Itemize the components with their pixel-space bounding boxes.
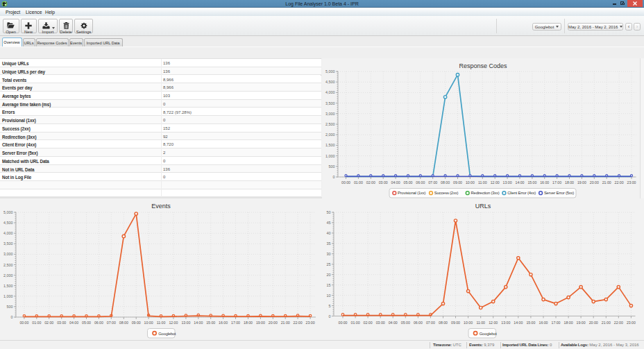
svg-text:00:00: 00:00 (339, 321, 348, 325)
svg-text:15:00: 15:00 (526, 321, 535, 325)
svg-text:2,500: 2,500 (325, 122, 335, 126)
svg-text:4,000: 4,000 (3, 231, 13, 235)
svg-text:11:00: 11:00 (157, 321, 166, 325)
svg-text:13:00: 13:00 (503, 180, 512, 185)
svg-text:06:00: 06:00 (416, 180, 425, 185)
svg-text:0: 0 (11, 315, 13, 319)
svg-text:01:00: 01:00 (351, 321, 360, 325)
svg-text:Response Codes: Response Codes (459, 62, 507, 69)
svg-text:3,000: 3,000 (325, 112, 335, 116)
svg-text:01:00: 01:00 (32, 321, 41, 325)
svg-text:Events: Events (151, 203, 171, 210)
svg-text:05:00: 05:00 (82, 321, 91, 325)
svg-text:1,000: 1,000 (3, 294, 13, 298)
svg-text:30: 30 (327, 252, 331, 256)
svg-text:45: 45 (327, 221, 331, 225)
svg-text:00:00: 00:00 (341, 180, 350, 185)
svg-text:18:00: 18:00 (244, 321, 253, 325)
svg-text:08:00: 08:00 (441, 180, 450, 185)
svg-text:03:00: 03:00 (376, 321, 385, 325)
svg-text:19:00: 19:00 (577, 321, 586, 325)
svg-text:06:00: 06:00 (94, 321, 103, 325)
svg-text:07:00: 07:00 (107, 321, 116, 325)
svg-text:1,000: 1,000 (325, 154, 335, 158)
svg-text:Redirection (3xx): Redirection (3xx) (471, 191, 500, 195)
svg-text:00:00: 00:00 (19, 321, 28, 325)
svg-text:16:00: 16:00 (219, 321, 228, 325)
svg-text:2,000: 2,000 (325, 133, 335, 137)
svg-text:10:00: 10:00 (466, 180, 475, 185)
svg-text:22:00: 22:00 (615, 180, 624, 185)
svg-text:09:00: 09:00 (451, 321, 460, 325)
svg-text:10:00: 10:00 (464, 321, 473, 325)
svg-text:13:00: 13:00 (181, 321, 190, 325)
svg-text:21:00: 21:00 (602, 321, 611, 325)
svg-text:16:00: 16:00 (539, 321, 548, 325)
svg-text:Client Error (4xx): Client Error (4xx) (507, 191, 536, 195)
svg-text:04:00: 04:00 (389, 321, 398, 325)
svg-text:2,500: 2,500 (3, 263, 13, 267)
svg-text:15:00: 15:00 (206, 321, 215, 325)
svg-text:21:00: 21:00 (281, 321, 290, 325)
svg-text:URLs: URLs (475, 203, 491, 210)
svg-text:Googlebot: Googlebot (480, 332, 498, 336)
svg-text:17:00: 17:00 (231, 321, 240, 325)
svg-text:03:00: 03:00 (57, 321, 66, 325)
svg-text:14:00: 14:00 (194, 321, 203, 325)
svg-text:50: 50 (327, 210, 331, 214)
svg-text:03:00: 03:00 (379, 180, 388, 185)
svg-text:12:00: 12:00 (169, 321, 178, 325)
svg-text:2,000: 2,000 (3, 273, 13, 278)
svg-text:15: 15 (327, 283, 331, 287)
svg-text:23:00: 23:00 (627, 180, 636, 185)
svg-text:09:00: 09:00 (453, 180, 462, 185)
svg-text:05:00: 05:00 (401, 321, 410, 325)
svg-text:14:00: 14:00 (514, 321, 523, 325)
svg-text:5,000: 5,000 (3, 210, 13, 214)
svg-text:13:00: 13:00 (501, 321, 510, 325)
svg-text:5,000: 5,000 (325, 69, 335, 74)
svg-text:22:00: 22:00 (614, 321, 623, 325)
svg-text:19:00: 19:00 (256, 321, 265, 325)
svg-text:20: 20 (327, 273, 331, 277)
svg-text:20:00: 20:00 (589, 321, 598, 325)
svg-text:18:00: 18:00 (565, 180, 574, 185)
svg-text:5: 5 (329, 304, 331, 308)
svg-text:12:00: 12:00 (489, 321, 498, 325)
svg-text:25: 25 (327, 262, 331, 266)
svg-text:07:00: 07:00 (426, 321, 435, 325)
svg-text:0: 0 (329, 314, 331, 318)
svg-text:20:00: 20:00 (590, 180, 599, 185)
svg-text:20:00: 20:00 (269, 321, 278, 325)
svg-text:07:00: 07:00 (428, 180, 437, 185)
svg-text:17:00: 17:00 (552, 321, 561, 325)
svg-text:04:00: 04:00 (69, 321, 78, 325)
svg-text:01:00: 01:00 (354, 180, 363, 185)
svg-text:1,500: 1,500 (325, 143, 335, 147)
svg-text:3,500: 3,500 (3, 241, 13, 246)
svg-text:35: 35 (327, 241, 331, 246)
svg-text:4,500: 4,500 (3, 221, 13, 225)
svg-text:08:00: 08:00 (439, 321, 448, 325)
svg-text:02:00: 02:00 (366, 180, 375, 185)
svg-text:23:00: 23:00 (306, 321, 315, 325)
svg-text:11:00: 11:00 (476, 321, 485, 325)
svg-text:4,500: 4,500 (325, 80, 335, 84)
svg-text:10:00: 10:00 (144, 321, 153, 325)
svg-text:06:00: 06:00 (414, 321, 423, 325)
svg-text:40: 40 (327, 231, 331, 235)
svg-text:02:00: 02:00 (364, 321, 373, 325)
svg-text:19:00: 19:00 (577, 180, 586, 185)
svg-text:3,000: 3,000 (3, 252, 13, 256)
svg-text:21:00: 21:00 (602, 180, 611, 185)
svg-text:02:00: 02:00 (44, 321, 53, 325)
svg-text:11:00: 11:00 (478, 180, 487, 185)
svg-text:10: 10 (327, 293, 331, 298)
svg-text:15:00: 15:00 (527, 180, 536, 185)
svg-text:14:00: 14:00 (516, 180, 525, 185)
svg-text:Googlebot: Googlebot (158, 332, 176, 336)
svg-text:Provisional (1xx): Provisional (1xx) (398, 191, 425, 195)
svg-text:500: 500 (329, 164, 335, 169)
svg-text:18:00: 18:00 (564, 321, 573, 325)
svg-text:16:00: 16:00 (540, 180, 549, 185)
